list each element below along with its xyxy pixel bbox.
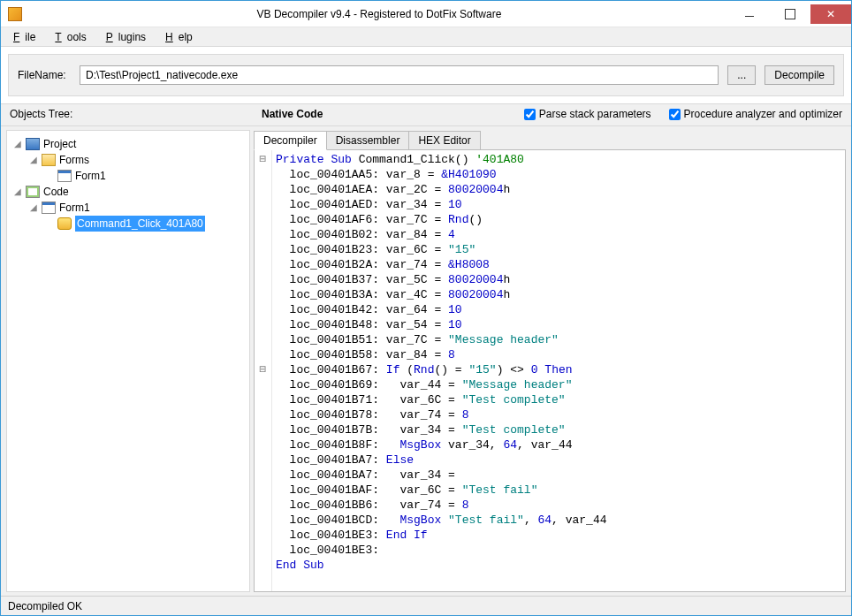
code-icon — [26, 186, 40, 198]
maximize-button[interactable] — [770, 4, 810, 24]
code-editor: ⊟⊟ Private Sub Command1_Click() '401A80 … — [254, 149, 846, 592]
code-tabs: Decompiler Disassembler HEX Editor — [254, 130, 846, 149]
parse-stack-input[interactable] — [524, 109, 536, 120]
options-row: Objects Tree: Native Code Parse stack pa… — [1, 103, 851, 126]
project-icon — [26, 138, 40, 150]
menu-help[interactable]: Help — [160, 29, 203, 45]
minimize-button[interactable] — [729, 4, 770, 24]
decompile-button[interactable]: Decompile — [765, 65, 834, 85]
statusbar: Decompiled OK — [1, 596, 851, 615]
tab-disassembler[interactable]: Disassembler — [326, 131, 410, 149]
menubar: File Tools Plugins Help — [1, 27, 851, 47]
tree-proc[interactable]: Command1_Click_401A80 — [44, 216, 246, 232]
browse-button[interactable]: ... — [727, 65, 756, 85]
close-button[interactable] — [810, 4, 851, 24]
code-pane: Decompiler Disassembler HEX Editor ⊟⊟ Pr… — [254, 130, 846, 592]
filename-input[interactable] — [80, 65, 719, 85]
tab-decompiler[interactable]: Decompiler — [254, 131, 327, 150]
proc-icon — [57, 217, 72, 230]
collapse-icon[interactable]: ◢ — [28, 203, 38, 213]
menu-plugins[interactable]: Plugins — [101, 29, 156, 45]
tree-forms[interactable]: ◢ Forms — [28, 152, 246, 168]
tree-form1[interactable]: Form1 — [44, 168, 246, 184]
collapse-icon[interactable]: ◢ — [12, 140, 22, 149]
main-area: ◢ Project ◢ Forms — [1, 126, 851, 596]
app-icon — [8, 7, 22, 21]
parse-stack-checkbox[interactable]: Parse stack parameters — [524, 108, 651, 120]
form-icon — [42, 202, 56, 214]
tree-code[interactable]: ◢ Code — [12, 184, 246, 200]
objects-tree[interactable]: ◢ Project ◢ Forms — [6, 130, 250, 592]
form-icon — [57, 170, 72, 182]
code-text[interactable]: Private Sub Command1_Click() '401A80 loc… — [272, 150, 845, 591]
tree-project[interactable]: ◢ Project — [12, 136, 246, 152]
file-panel: FileName: ... Decompile — [8, 54, 844, 96]
menu-file[interactable]: File — [8, 29, 46, 45]
folder-icon — [42, 154, 56, 166]
objects-tree-label: Objects Tree: — [10, 108, 244, 120]
collapse-icon[interactable]: ◢ — [28, 156, 38, 165]
status-text: Decompiled OK — [8, 600, 82, 612]
tab-hex-editor[interactable]: HEX Editor — [408, 131, 480, 149]
proc-analyzer-checkbox[interactable]: Procedure analyzer and optimizer — [669, 108, 842, 120]
collapse-icon[interactable]: ◢ — [12, 187, 22, 197]
code-gutter: ⊟⊟ — [255, 150, 272, 591]
tree-form1-code[interactable]: ◢ Form1 — [28, 200, 246, 216]
window-controls — [729, 4, 851, 24]
titlebar: VB Decompiler v9.4 - Registered to DotFi… — [1, 1, 851, 27]
proc-analyzer-input[interactable] — [669, 109, 681, 120]
window-title: VB Decompiler v9.4 - Registered to DotFi… — [29, 8, 729, 20]
menu-tools[interactable]: Tools — [49, 29, 96, 45]
filename-label: FileName: — [18, 69, 71, 81]
native-code-label: Native Code — [262, 108, 506, 120]
